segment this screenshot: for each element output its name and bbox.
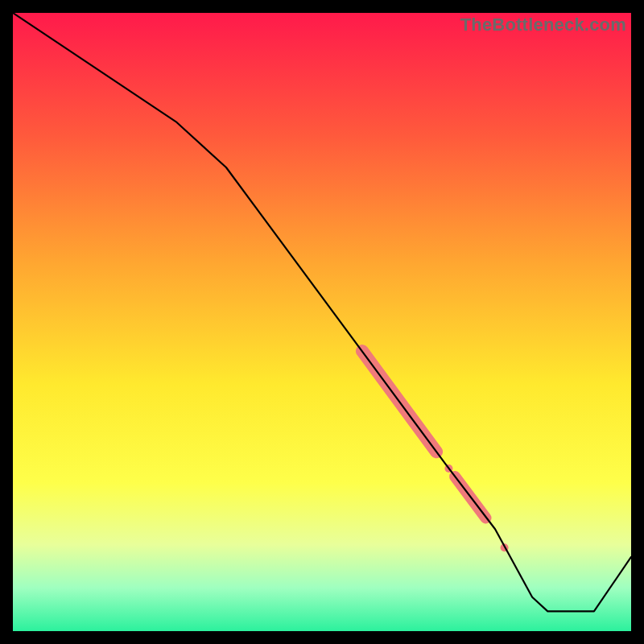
- chart-background: [13, 13, 631, 631]
- chart-svg: [13, 13, 631, 631]
- chart-frame: TheBottleneck.com: [13, 13, 631, 631]
- watermark-label: TheBottleneck.com: [460, 14, 626, 35]
